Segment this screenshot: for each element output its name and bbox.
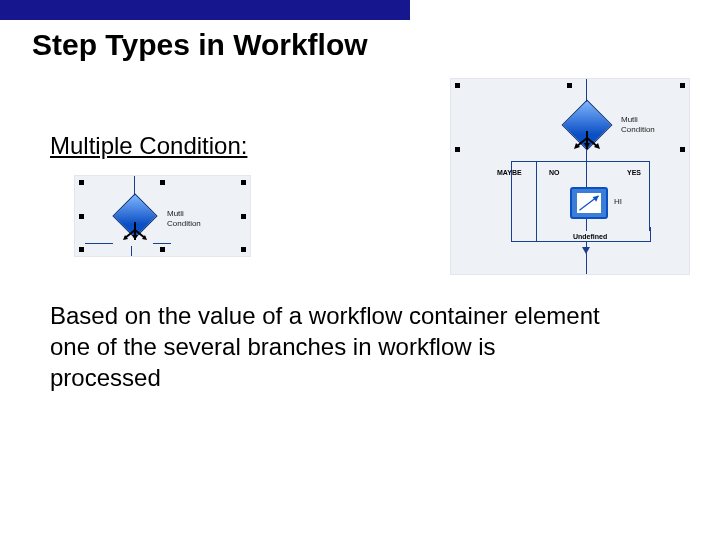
branch-left2-line [536, 161, 537, 231]
node-label-line1: Mutli [167, 209, 201, 219]
branch-mid-connector [586, 149, 587, 187]
branch-stub-right [153, 243, 171, 244]
diagram-multi-condition-large: Mutli Condition MAYBE NO YES HI Undefine… [450, 78, 690, 275]
node-label-line2: Condition [621, 125, 655, 135]
branch-right-line [649, 179, 650, 231]
node-label: Mutli Condition [621, 115, 655, 134]
join-label: Undefined [573, 233, 607, 240]
task-node [570, 187, 608, 219]
branch-label-right: YES [627, 169, 641, 176]
task-label: HI [614, 197, 622, 206]
body-paragraph: Based on the value of a workflow contain… [50, 300, 610, 394]
branch-label-mid: NO [549, 169, 560, 176]
branch-stub-left [85, 243, 113, 244]
arrow-down-icon [582, 247, 590, 254]
branch-left-line [511, 179, 512, 231]
section-subtitle: Multiple Condition: [50, 132, 247, 160]
page-title: Step Types in Workflow [32, 28, 368, 62]
branch-label-left: MAYBE [497, 169, 522, 176]
branch-stub-mid [131, 246, 132, 256]
connector-out [586, 241, 587, 274]
join-inner-line [536, 231, 537, 241]
branch-arrows-icon [123, 222, 147, 240]
header-accent-bar [0, 0, 410, 20]
task-node-icon [577, 193, 601, 213]
node-label-line1: Mutli [621, 115, 655, 125]
node-label: Mutli Condition [167, 209, 201, 228]
diagram-multi-condition-small: Mutli Condition [74, 175, 251, 257]
node-label-line2: Condition [167, 219, 201, 229]
branch-arrows-icon [574, 131, 600, 149]
